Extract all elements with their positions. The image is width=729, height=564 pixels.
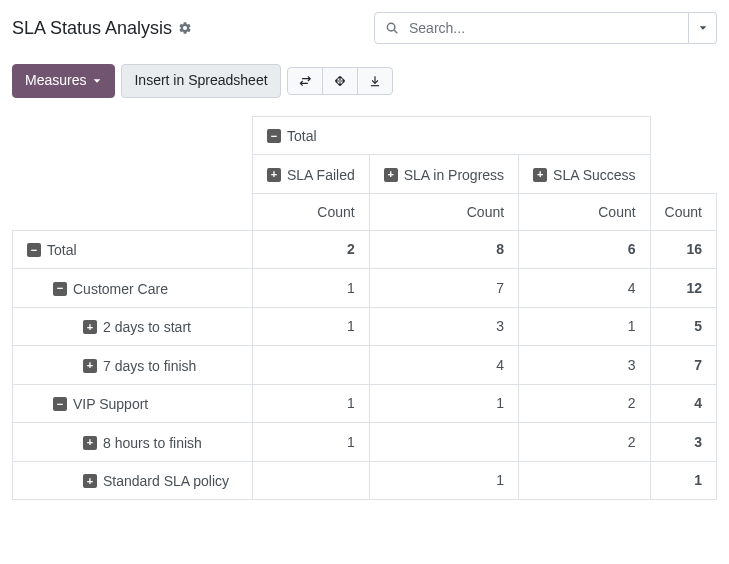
expand-icon[interactable] [83, 359, 97, 373]
svg-point-0 [387, 23, 395, 31]
measures-button[interactable]: Measures [12, 64, 115, 98]
row-label: VIP Support [73, 396, 148, 412]
swap-axes-button[interactable] [287, 67, 323, 95]
col-sla-in-progress[interactable]: SLA in Progress [369, 155, 518, 194]
row-header[interactable]: VIP Support [13, 384, 253, 423]
pivot-row-total-cell[interactable]: 16 [650, 230, 716, 269]
pivot-cell[interactable]: 1 [253, 384, 370, 423]
pivot-cell[interactable]: 4 [369, 346, 518, 385]
collapse-icon[interactable] [53, 282, 67, 296]
expand-all-button[interactable] [322, 67, 358, 95]
row-label: Total [47, 242, 77, 258]
pivot-row-total-cell[interactable]: 5 [650, 307, 716, 346]
collapse-icon[interactable] [267, 129, 281, 143]
blank-cell [650, 116, 716, 155]
download-button[interactable] [357, 67, 393, 95]
search-options-button[interactable] [689, 12, 717, 44]
expand-icon[interactable] [533, 168, 547, 182]
expand-icon[interactable] [83, 320, 97, 334]
expand-icon [333, 74, 347, 88]
pivot-cell[interactable]: 1 [369, 384, 518, 423]
row-header[interactable]: 8 hours to finish [13, 423, 253, 462]
pivot-cell[interactable]: 1 [253, 307, 370, 346]
row-header[interactable]: Standard SLA policy [13, 461, 253, 500]
blank-cell [13, 155, 253, 194]
row-header[interactable]: 7 days to finish [13, 346, 253, 385]
row-label: 8 hours to finish [103, 435, 202, 451]
pivot-table: Total SLA Failed SLA in Progress SLA Suc… [12, 116, 717, 501]
collapse-icon[interactable] [53, 397, 67, 411]
pivot-row: 2 days to start1315 [13, 307, 717, 346]
pivot-cell[interactable]: 1 [253, 423, 370, 462]
pivot-cell[interactable] [369, 423, 518, 462]
pivot-cell[interactable]: 6 [519, 230, 651, 269]
blank-cell [13, 116, 253, 155]
gear-icon[interactable] [178, 21, 192, 35]
pivot-row: Customer Care17412 [13, 269, 717, 308]
pivot-cell[interactable] [519, 461, 651, 500]
swap-icon [298, 74, 312, 88]
pivot-cell[interactable]: 3 [369, 307, 518, 346]
page-title: SLA Status Analysis [12, 18, 172, 39]
expand-icon[interactable] [267, 168, 281, 182]
pivot-row: 7 days to finish437 [13, 346, 717, 385]
search-icon [385, 21, 399, 35]
expand-icon[interactable] [83, 474, 97, 488]
col-group-total[interactable]: Total [253, 116, 651, 155]
row-label: 2 days to start [103, 319, 191, 335]
measure-header[interactable]: Count [369, 193, 518, 230]
svg-line-1 [394, 30, 397, 33]
expand-icon[interactable] [83, 436, 97, 450]
insert-spreadsheet-button[interactable]: Insert in Spreadsheet [121, 64, 280, 98]
col-sla-success[interactable]: SLA Success [519, 155, 651, 194]
collapse-icon[interactable] [27, 243, 41, 257]
col-sla-failed[interactable]: SLA Failed [253, 155, 370, 194]
pivot-row: VIP Support1124 [13, 384, 717, 423]
pivot-row: Standard SLA policy11 [13, 461, 717, 500]
pivot-cell[interactable]: 2 [519, 423, 651, 462]
measure-header[interactable]: Count [519, 193, 651, 230]
pivot-cell[interactable]: 7 [369, 269, 518, 308]
chevron-down-icon [92, 76, 102, 86]
pivot-row-total-cell[interactable]: 4 [650, 384, 716, 423]
row-header[interactable]: 2 days to start [13, 307, 253, 346]
row-label: 7 days to finish [103, 358, 196, 374]
pivot-row: 8 hours to finish123 [13, 423, 717, 462]
pivot-cell[interactable]: 1 [253, 269, 370, 308]
pivot-cell[interactable]: 4 [519, 269, 651, 308]
row-label: Standard SLA policy [103, 473, 229, 489]
measure-header[interactable]: Count [253, 193, 370, 230]
expand-icon[interactable] [384, 168, 398, 182]
search-input[interactable] [407, 19, 678, 37]
pivot-cell[interactable]: 2 [519, 384, 651, 423]
col-group-label: Total [287, 128, 317, 144]
pivot-cell[interactable]: 3 [519, 346, 651, 385]
pivot-cell[interactable]: 2 [253, 230, 370, 269]
pivot-cell[interactable] [253, 461, 370, 500]
row-label: Customer Care [73, 281, 168, 297]
insert-spreadsheet-label: Insert in Spreadsheet [134, 71, 267, 91]
pivot-row-total: Total28616 [13, 230, 717, 269]
pivot-cell[interactable] [253, 346, 370, 385]
blank-cell [13, 193, 253, 230]
pivot-row-total-cell[interactable]: 12 [650, 269, 716, 308]
row-header[interactable]: Customer Care [13, 269, 253, 308]
blank-cell [650, 155, 716, 194]
pivot-row-total-cell[interactable]: 3 [650, 423, 716, 462]
pivot-cell[interactable]: 8 [369, 230, 518, 269]
row-header[interactable]: Total [13, 230, 253, 269]
search-input-wrapper[interactable] [374, 12, 689, 44]
pivot-cell[interactable]: 1 [519, 307, 651, 346]
download-icon [368, 74, 382, 88]
measure-header[interactable]: Count [650, 193, 716, 230]
measures-button-label: Measures [25, 71, 86, 91]
pivot-row-total-cell[interactable]: 1 [650, 461, 716, 500]
pivot-row-total-cell[interactable]: 7 [650, 346, 716, 385]
pivot-cell[interactable]: 1 [369, 461, 518, 500]
